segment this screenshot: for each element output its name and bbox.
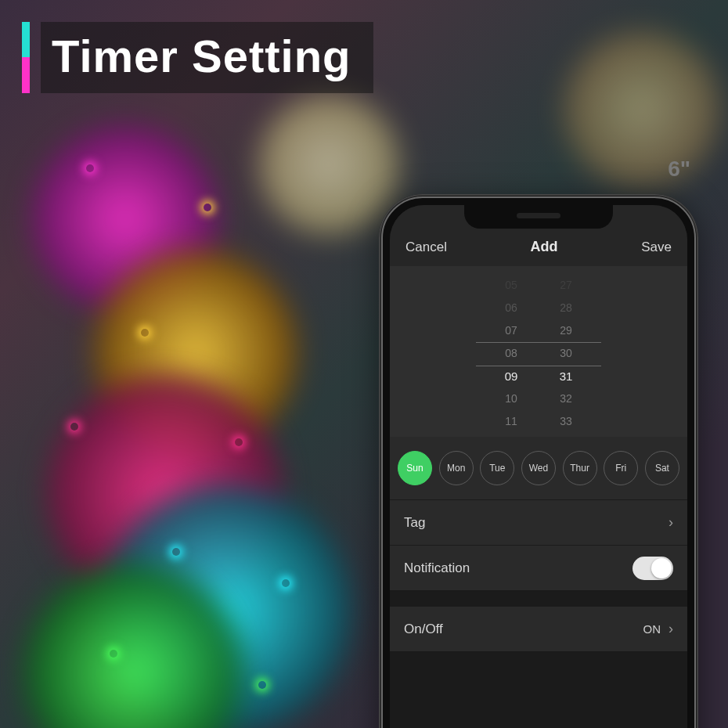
picker-minute: 29	[560, 319, 572, 342]
weekday-label: Tue	[489, 463, 505, 474]
row-onoff[interactable]: On/Off ON ›	[390, 607, 687, 652]
picker-hour-selected: 09	[505, 365, 518, 387]
title-banner: Timer Setting	[22, 22, 373, 93]
row-notification-label: Notification	[404, 560, 470, 576]
picker-hour: 06	[505, 297, 517, 319]
light-dot	[172, 548, 180, 556]
bg-glow	[258, 94, 399, 235]
chevron-right-icon: ›	[669, 621, 673, 637]
picker-minute: 32	[560, 387, 572, 410]
light-dot	[204, 204, 211, 211]
bg-glow	[564, 31, 720, 188]
weekday-label: Wed	[529, 463, 548, 474]
row-tag[interactable]: Tag ›	[390, 500, 687, 546]
row-onoff-value: ON	[643, 622, 661, 636]
phone-screen: Cancel Add Save 05 06 07 08 09 10 11 12 …	[390, 205, 687, 728]
title-accent-bar	[22, 22, 30, 93]
weekday-row: Sun Mon Tue Wed Thur Fri Sat	[390, 437, 687, 500]
picker-minute: 27	[560, 274, 572, 297]
weekday-label: Thur	[570, 463, 589, 474]
row-tag-label: Tag	[404, 515, 425, 531]
picker-minute: 34	[560, 433, 572, 437]
row-onoff-label: On/Off	[404, 622, 443, 637]
picker-hours-col[interactable]: 05 06 07 08 09 10 11 12	[484, 266, 539, 437]
light-dot	[141, 329, 149, 337]
cancel-button[interactable]: Cancel	[405, 240, 447, 255]
picker-hour: 10	[505, 387, 517, 410]
light-dot	[86, 164, 94, 172]
light-dot	[282, 579, 290, 587]
light-dot	[235, 438, 243, 446]
notification-toggle[interactable]	[632, 557, 673, 580]
picker-minute: 33	[560, 410, 572, 433]
chevron-right-icon: ›	[669, 514, 673, 531]
weekday-sat[interactable]: Sat	[645, 451, 679, 485]
time-picker[interactable]: 05 06 07 08 09 10 11 12 27 28 29 30 31 3…	[390, 266, 687, 437]
weekday-wed[interactable]: Wed	[521, 451, 556, 485]
promo-stage: Timer Setting 6" Cancel Add Save 05 06 0…	[0, 0, 728, 728]
light-dot	[258, 681, 266, 689]
picker-minute: 28	[560, 297, 572, 319]
picker-hour: 08	[505, 342, 517, 365]
phone-frame: Cancel Add Save 05 06 07 08 09 10 11 12 …	[379, 194, 698, 728]
weekday-sun[interactable]: Sun	[398, 451, 432, 485]
weekday-label: Sun	[406, 463, 423, 474]
weekday-label: Fri	[615, 463, 626, 474]
weekday-label: Mon	[447, 463, 465, 474]
picker-hour: 11	[505, 410, 517, 433]
picker-hour: 12	[505, 433, 517, 437]
bg-frame-label: 6"	[668, 157, 690, 182]
weekday-mon[interactable]: Mon	[439, 451, 474, 485]
section-gap	[390, 591, 687, 607]
weekday-label: Sat	[655, 463, 669, 474]
picker-minute-selected: 31	[560, 365, 573, 387]
picker-minute: 30	[560, 342, 572, 365]
picker-hour: 05	[505, 274, 517, 297]
light-dot	[110, 650, 117, 658]
header-title: Add	[531, 239, 558, 255]
picker-minutes-col[interactable]: 27 28 29 30 31 32 33 34	[539, 266, 593, 437]
title-text: Timer Setting	[52, 30, 351, 82]
picker-hour: 07	[505, 319, 517, 342]
row-notification: Notification	[390, 546, 687, 591]
title-box: Timer Setting	[41, 22, 373, 93]
weekday-tue[interactable]: Tue	[480, 451, 514, 485]
phone-notch	[464, 205, 613, 229]
weekday-fri[interactable]: Fri	[604, 451, 638, 485]
save-button[interactable]: Save	[641, 240, 672, 255]
light-dot	[70, 423, 78, 431]
weekday-thur[interactable]: Thur	[563, 451, 597, 485]
